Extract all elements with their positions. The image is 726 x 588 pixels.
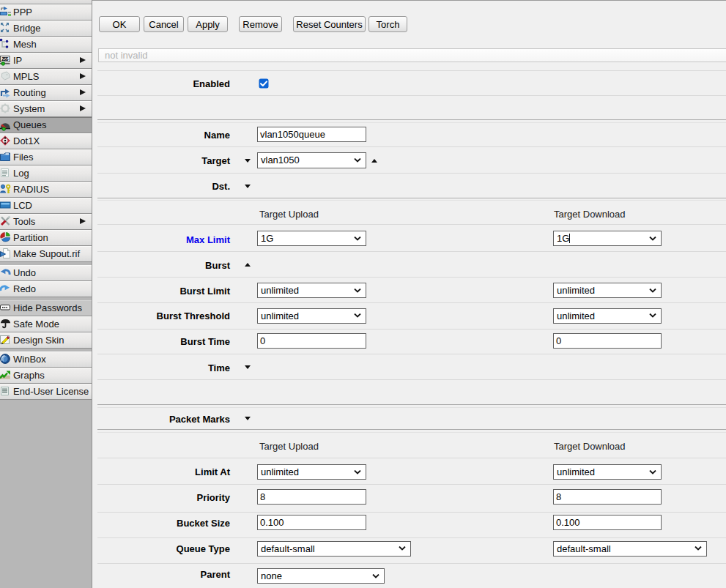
svg-text:255: 255: [1, 56, 9, 62]
